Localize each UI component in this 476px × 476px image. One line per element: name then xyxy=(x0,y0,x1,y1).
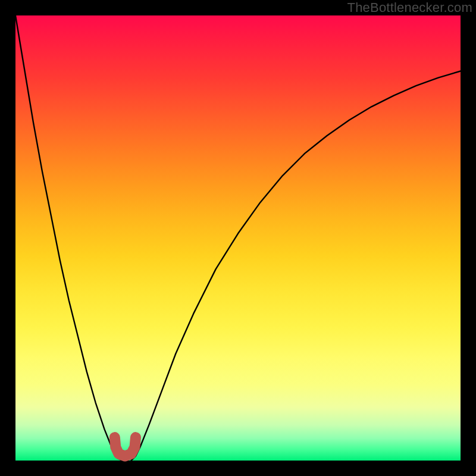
u-marker xyxy=(115,437,136,456)
chart-plot-area xyxy=(15,15,461,461)
right-curve xyxy=(131,71,461,461)
chart-svg xyxy=(15,15,461,461)
left-curve xyxy=(15,15,123,461)
watermark-text: TheBottlenecker.com xyxy=(347,0,472,15)
